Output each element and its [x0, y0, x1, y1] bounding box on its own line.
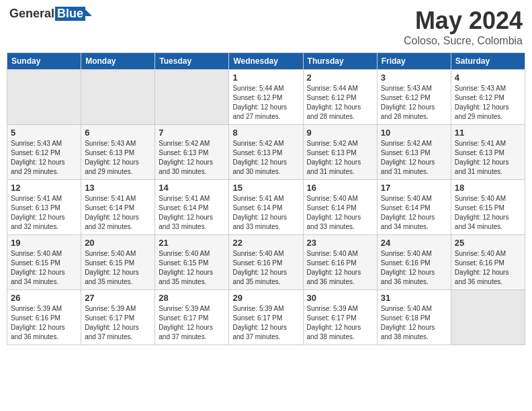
day-info: Sunrise: 5:41 AM Sunset: 6:14 PM Dayligh… [159, 194, 225, 232]
calendar-week-row: 1Sunrise: 5:44 AM Sunset: 6:12 PM Daylig… [7, 70, 525, 125]
calendar-header-monday: Monday [81, 53, 155, 70]
day-info: Sunrise: 5:42 AM Sunset: 6:13 PM Dayligh… [232, 139, 299, 177]
day-number: 25 [455, 238, 521, 248]
day-info: Sunrise: 5:39 AM Sunset: 6:17 PM Dayligh… [159, 304, 225, 342]
day-info: Sunrise: 5:42 AM Sunset: 6:13 PM Dayligh… [307, 139, 373, 177]
calendar-cell: 2Sunrise: 5:44 AM Sunset: 6:12 PM Daylig… [303, 70, 377, 125]
day-number: 6 [85, 128, 151, 138]
calendar-cell: 15Sunrise: 5:41 AM Sunset: 6:14 PM Dayli… [229, 180, 303, 235]
day-info: Sunrise: 5:39 AM Sunset: 6:17 PM Dayligh… [307, 304, 373, 342]
calendar-header-friday: Friday [377, 53, 451, 70]
calendar-cell: 26Sunrise: 5:39 AM Sunset: 6:16 PM Dayli… [7, 290, 81, 345]
day-number: 27 [85, 293, 151, 303]
calendar-week-row: 26Sunrise: 5:39 AM Sunset: 6:16 PM Dayli… [7, 290, 525, 345]
calendar-cell: 28Sunrise: 5:39 AM Sunset: 6:17 PM Dayli… [155, 290, 229, 345]
day-number: 26 [11, 293, 77, 303]
day-number: 28 [159, 293, 225, 303]
calendar-cell [7, 70, 81, 125]
calendar-cell: 20Sunrise: 5:40 AM Sunset: 6:15 PM Dayli… [81, 235, 155, 290]
day-info: Sunrise: 5:40 AM Sunset: 6:18 PM Dayligh… [381, 304, 447, 342]
page-header: General Blue May 2024 Coloso, Sucre, Col… [7, 7, 525, 47]
calendar-cell: 21Sunrise: 5:40 AM Sunset: 6:15 PM Dayli… [155, 235, 229, 290]
logo: General Blue [9, 7, 92, 21]
day-number: 24 [381, 238, 447, 248]
calendar-cell: 27Sunrise: 5:39 AM Sunset: 6:17 PM Dayli… [81, 290, 155, 345]
calendar-header-saturday: Saturday [451, 53, 525, 70]
day-info: Sunrise: 5:44 AM Sunset: 6:12 PM Dayligh… [307, 84, 373, 122]
day-info: Sunrise: 5:42 AM Sunset: 6:13 PM Dayligh… [381, 139, 447, 177]
calendar-header-sunday: Sunday [7, 53, 81, 70]
calendar-header-thursday: Thursday [303, 53, 377, 70]
day-number: 12 [11, 183, 77, 193]
day-info: Sunrise: 5:40 AM Sunset: 6:16 PM Dayligh… [232, 249, 299, 287]
calendar-cell: 25Sunrise: 5:40 AM Sunset: 6:16 PM Dayli… [451, 235, 525, 290]
calendar-cell [451, 290, 525, 345]
day-number: 5 [11, 128, 77, 138]
day-info: Sunrise: 5:40 AM Sunset: 6:15 PM Dayligh… [455, 194, 521, 232]
day-number: 20 [85, 238, 151, 248]
calendar-cell: 1Sunrise: 5:44 AM Sunset: 6:12 PM Daylig… [229, 70, 303, 125]
day-info: Sunrise: 5:40 AM Sunset: 6:14 PM Dayligh… [307, 194, 373, 232]
calendar-week-row: 5Sunrise: 5:43 AM Sunset: 6:12 PM Daylig… [7, 125, 525, 180]
day-info: Sunrise: 5:40 AM Sunset: 6:16 PM Dayligh… [381, 249, 447, 287]
calendar-cell: 8Sunrise: 5:42 AM Sunset: 6:13 PM Daylig… [229, 125, 303, 180]
calendar-cell: 9Sunrise: 5:42 AM Sunset: 6:13 PM Daylig… [303, 125, 377, 180]
day-info: Sunrise: 5:43 AM Sunset: 6:12 PM Dayligh… [455, 84, 521, 122]
day-number: 14 [159, 183, 225, 193]
day-info: Sunrise: 5:40 AM Sunset: 6:16 PM Dayligh… [455, 249, 521, 287]
day-info: Sunrise: 5:40 AM Sunset: 6:14 PM Dayligh… [381, 194, 447, 232]
day-number: 31 [381, 293, 447, 303]
day-info: Sunrise: 5:43 AM Sunset: 6:13 PM Dayligh… [85, 139, 151, 177]
day-info: Sunrise: 5:39 AM Sunset: 6:17 PM Dayligh… [232, 304, 299, 342]
day-number: 18 [455, 183, 521, 193]
calendar-cell: 10Sunrise: 5:42 AM Sunset: 6:13 PM Dayli… [377, 125, 451, 180]
day-number: 30 [307, 293, 373, 303]
day-number: 15 [232, 183, 299, 193]
day-info: Sunrise: 5:42 AM Sunset: 6:13 PM Dayligh… [159, 139, 225, 177]
day-number: 7 [159, 128, 225, 138]
calendar-cell: 3Sunrise: 5:43 AM Sunset: 6:12 PM Daylig… [377, 70, 451, 125]
calendar-cell: 14Sunrise: 5:41 AM Sunset: 6:14 PM Dayli… [155, 180, 229, 235]
day-info: Sunrise: 5:40 AM Sunset: 6:15 PM Dayligh… [11, 249, 77, 287]
day-number: 16 [307, 183, 373, 193]
calendar-cell: 16Sunrise: 5:40 AM Sunset: 6:14 PM Dayli… [303, 180, 377, 235]
calendar-table: SundayMondayTuesdayWednesdayThursdayFrid… [7, 52, 525, 345]
calendar-cell: 23Sunrise: 5:40 AM Sunset: 6:16 PM Dayli… [303, 235, 377, 290]
calendar-cell [81, 70, 155, 125]
calendar-cell: 19Sunrise: 5:40 AM Sunset: 6:15 PM Dayli… [7, 235, 81, 290]
day-number: 2 [307, 73, 373, 83]
logo-triangle-icon [84, 8, 92, 16]
day-info: Sunrise: 5:40 AM Sunset: 6:15 PM Dayligh… [85, 249, 151, 287]
calendar-cell: 30Sunrise: 5:39 AM Sunset: 6:17 PM Dayli… [303, 290, 377, 345]
calendar-header-tuesday: Tuesday [155, 53, 229, 70]
day-number: 29 [232, 293, 299, 303]
calendar-cell: 4Sunrise: 5:43 AM Sunset: 6:12 PM Daylig… [451, 70, 525, 125]
day-number: 10 [381, 128, 447, 138]
day-info: Sunrise: 5:41 AM Sunset: 6:13 PM Dayligh… [11, 194, 77, 232]
calendar-cell: 13Sunrise: 5:41 AM Sunset: 6:14 PM Dayli… [81, 180, 155, 235]
title-month: May 2024 [404, 7, 523, 35]
day-info: Sunrise: 5:43 AM Sunset: 6:12 PM Dayligh… [381, 84, 447, 122]
calendar-cell: 12Sunrise: 5:41 AM Sunset: 6:13 PM Dayli… [7, 180, 81, 235]
day-number: 13 [85, 183, 151, 193]
day-info: Sunrise: 5:41 AM Sunset: 6:13 PM Dayligh… [455, 139, 521, 177]
title-block: May 2024 Coloso, Sucre, Colombia [404, 7, 523, 47]
day-info: Sunrise: 5:41 AM Sunset: 6:14 PM Dayligh… [232, 194, 299, 232]
day-info: Sunrise: 5:41 AM Sunset: 6:14 PM Dayligh… [85, 194, 151, 232]
calendar-cell: 5Sunrise: 5:43 AM Sunset: 6:12 PM Daylig… [7, 125, 81, 180]
day-info: Sunrise: 5:43 AM Sunset: 6:12 PM Dayligh… [11, 139, 77, 177]
day-number: 19 [11, 238, 77, 248]
day-number: 3 [381, 73, 447, 83]
day-info: Sunrise: 5:44 AM Sunset: 6:12 PM Dayligh… [232, 84, 299, 122]
calendar-cell: 18Sunrise: 5:40 AM Sunset: 6:15 PM Dayli… [451, 180, 525, 235]
calendar-cell: 22Sunrise: 5:40 AM Sunset: 6:16 PM Dayli… [229, 235, 303, 290]
day-info: Sunrise: 5:39 AM Sunset: 6:16 PM Dayligh… [11, 304, 77, 342]
day-info: Sunrise: 5:40 AM Sunset: 6:16 PM Dayligh… [307, 249, 373, 287]
day-number: 1 [232, 73, 299, 83]
calendar-header-wednesday: Wednesday [229, 53, 303, 70]
day-number: 9 [307, 128, 373, 138]
day-number: 17 [381, 183, 447, 193]
calendar-cell: 24Sunrise: 5:40 AM Sunset: 6:16 PM Dayli… [377, 235, 451, 290]
title-location: Coloso, Sucre, Colombia [404, 35, 523, 47]
day-number: 4 [455, 73, 521, 83]
